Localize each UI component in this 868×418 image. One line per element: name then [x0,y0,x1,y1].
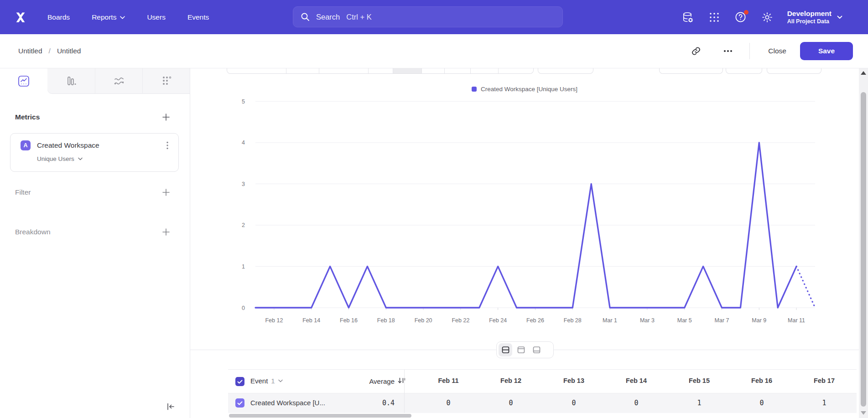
plus-icon [162,228,170,236]
report-type-tabs [0,68,190,94]
breadcrumb: Untitled / Untitled [18,34,81,68]
metric-options-button[interactable] [162,140,173,151]
settings-gear-icon[interactable] [761,11,774,24]
table-data-row[interactable]: Created Workspace [U... 0.4 0000101 [228,393,857,413]
search-placeholder: Search [316,13,340,21]
metric-card[interactable]: A Created Workspace Unique Users [10,133,179,172]
add-breakdown-button[interactable] [161,227,171,237]
scroll-up-arrow[interactable] [861,71,866,75]
nav-item-events[interactable]: Events [187,13,209,21]
event-column-header[interactable]: Event 1 [250,377,283,385]
y-axis-tick-label: 0 [242,305,245,311]
y-axis-tick-label: 3 [242,181,245,187]
date-value-cell: 0 [419,399,478,407]
more-options-button[interactable] [720,43,736,59]
date-column-header[interactable]: Feb 11 [419,377,478,384]
tab-funnels[interactable] [47,68,95,94]
table-header-row: Event 1 Average Feb 11Feb 12Feb 13Feb 14… [228,370,857,393]
filter-heading: Filter [15,188,31,196]
close-button[interactable]: Close [762,43,793,59]
nav-item-users[interactable]: Users [147,13,165,21]
metric-badge: A [21,140,31,150]
date-column-header[interactable]: Feb 15 [670,377,729,384]
date-column-header[interactable]: Feb 12 [481,377,541,384]
toolbar-actions: Close Save [688,34,853,68]
x-axis-tick-label: Mar 11 [788,317,805,324]
filter-section-header: Filter [15,188,171,197]
y-axis-tick-label: 4 [242,139,245,146]
chevron-down-icon [278,379,283,382]
event-header-index: 1 [271,377,275,385]
x-axis-tick-label: Feb 22 [452,317,469,324]
measurement-selector[interactable]: Unique Users [37,155,83,162]
chevron-down-icon [837,15,842,19]
chevron-down-icon [78,157,83,160]
main-nav: BoardsReportsUsersEvents [47,13,209,21]
x-axis-tick-label: Mar 1 [603,317,617,324]
project-selector[interactable]: Development All Project Data [787,9,842,25]
metrics-section-header: Metrics [15,113,171,122]
add-metric-button[interactable] [161,113,171,122]
tab-flows[interactable] [95,68,142,94]
results-table: Event 1 Average Feb 11Feb 12Feb 13Feb 14… [228,369,857,413]
x-axis-tick-label: Mar 7 [715,317,729,324]
series-line-projected-dotted[interactable] [796,266,815,308]
breakdown-section-header: Breakdown [15,227,171,237]
metrics-heading: Metrics [15,113,40,121]
data-management-icon[interactable] [681,11,694,24]
nav-item-label: Events [187,13,209,21]
vertical-scrollbar[interactable] [859,68,868,418]
chart-panel: Created Workspace [Unique Users] 012345F… [190,68,859,418]
breadcrumb-current[interactable]: Untitled [57,47,81,55]
funnels-bars-icon [65,75,78,88]
query-builder-sidebar: Metrics A Created Workspace Unique Users… [0,68,190,418]
date-column-header[interactable]: Feb 16 [732,377,791,384]
x-axis-tick-label: Feb 26 [526,317,544,324]
date-column-header[interactable]: Feb 13 [544,377,603,384]
breadcrumb-separator: / [49,47,51,55]
split-horizontal-icon [501,346,510,354]
breadcrumb-parent[interactable]: Untitled [18,47,42,55]
copy-link-button[interactable] [688,43,704,59]
event-header-label: Event [250,377,268,385]
vertical-scrollbar-thumb[interactable] [861,92,866,407]
flows-waves-icon [112,74,126,88]
layout-table-only-button[interactable] [530,343,543,356]
x-axis-tick-label: Feb 12 [265,317,283,324]
tab-retention[interactable] [142,68,190,94]
kebab-menu-icon [166,141,168,150]
save-button[interactable]: Save [800,42,853,60]
date-column-header[interactable]: Feb 14 [607,377,666,384]
line-chart[interactable]: 012345Feb 12Feb 14Feb 16Feb 18Feb 20Feb … [190,68,859,350]
plus-icon [162,188,170,196]
add-filter-button[interactable] [161,188,171,197]
help-icon[interactable] [734,11,747,24]
date-column-header[interactable]: Feb 17 [795,377,854,384]
metric-title[interactable]: Created Workspace [37,141,99,150]
x-axis-tick-label: Feb 24 [489,317,507,324]
layout-chart-only-button[interactable] [514,343,528,356]
toolbar-divider [749,43,750,59]
report-toolbar: Untitled / Untitled Close Save [0,34,868,68]
x-axis-tick-label: Mar 3 [640,317,655,324]
mixpanel-logo[interactable] [14,10,27,24]
nav-item-reports[interactable]: Reports [92,13,125,21]
nav-item-boards[interactable]: Boards [47,13,70,21]
collapse-sidebar-button[interactable] [165,401,176,412]
horizontal-scrollbar-thumb[interactable] [229,414,411,418]
tab-insights[interactable] [0,68,47,94]
x-axis-tick-label: Feb 18 [377,317,395,324]
row-checkbox[interactable] [235,398,244,408]
date-value-cell: 1 [795,399,854,407]
select-all-checkbox[interactable] [235,377,244,386]
check-icon [237,380,243,384]
scroll-down-arrow[interactable] [861,411,866,415]
average-column-header[interactable]: Average [342,377,395,385]
bottom-bar-icon [532,346,541,354]
search-input[interactable]: Search Ctrl + K [293,6,563,27]
date-value-cell: 0 [607,399,666,407]
layout-split-button[interactable] [499,343,512,356]
x-axis-tick-label: Mar 5 [677,317,692,324]
apps-grid-icon[interactable] [708,11,721,24]
collapse-left-icon [166,402,175,411]
